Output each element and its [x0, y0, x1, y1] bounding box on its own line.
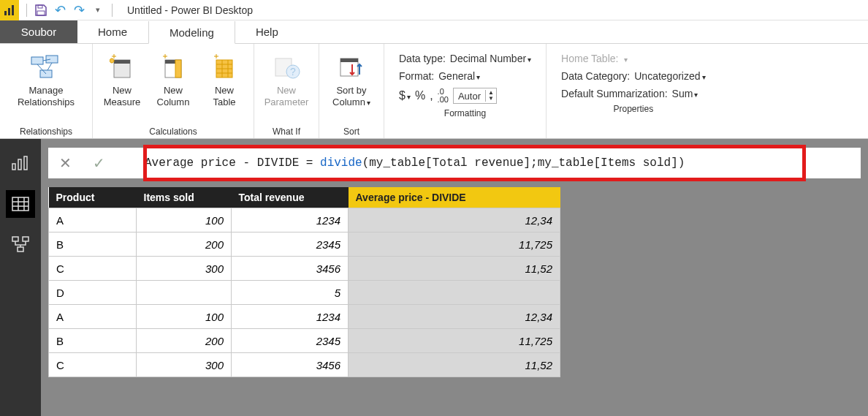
canvas: ✕ ✓ Average price - DIVIDE = divide(my_t… [41, 139, 868, 416]
nav-report-view[interactable] [6, 149, 35, 177]
new-table-button[interactable]: New Table [201, 47, 248, 107]
formula-commit[interactable]: ✓ [82, 154, 115, 172]
manage-relationships-button[interactable]: Manage Relationships [6, 47, 86, 107]
formula-bar-wrap: ✕ ✓ Average price - DIVIDE = divide(my_t… [41, 139, 868, 187]
group-whatif-label: What If [273, 125, 300, 137]
cell-total-revenue[interactable]: 1234 [232, 208, 349, 232]
cell-average-price[interactable]: 11,725 [349, 329, 560, 353]
ribbon-tabs: Soubor Home Modeling Help [0, 20, 868, 44]
table-row[interactable]: A100123412,34 [49, 208, 560, 232]
col-header-items-sold[interactable]: Items sold [137, 187, 232, 208]
sort-by-column-label: Sort by Column [332, 85, 370, 107]
sort-by-column-button[interactable]: Sort by Column [325, 47, 378, 107]
cell-average-price[interactable]: 11,52 [349, 257, 560, 281]
data-type-value: Decimal Number [450, 53, 531, 64]
cell-items-sold[interactable]: 300 [137, 353, 232, 377]
formula-function: divide [320, 156, 362, 170]
cell-average-price[interactable] [349, 281, 560, 305]
cell-items-sold[interactable]: 300 [137, 257, 232, 281]
data-type-dropdown[interactable]: Data type: Decimal Number [399, 53, 531, 64]
formula-bar[interactable]: ✕ ✓ Average price - DIVIDE = divide(my_t… [48, 148, 861, 178]
cell-total-revenue[interactable]: 3456 [232, 257, 349, 281]
cell-items-sold[interactable] [137, 281, 232, 305]
nav-model-view[interactable] [6, 231, 35, 259]
data-grid-wrap: Product Items sold Total revenue Average… [41, 187, 868, 377]
group-formatting: Data type: Decimal Number Format: Genera… [384, 44, 547, 138]
home-table-value [623, 53, 628, 64]
left-nav [0, 139, 41, 416]
quick-access-toolbar: ↶ ↷ ▾ [19, 2, 120, 18]
cell-items-sold[interactable]: 100 [137, 305, 232, 329]
cell-product[interactable]: B [49, 329, 137, 353]
svg-text:?: ? [290, 66, 296, 77]
title-bar: ↶ ↷ ▾ Untitled - Power BI Desktop [0, 0, 868, 20]
cell-average-price[interactable]: 12,34 [349, 208, 560, 232]
data-grid[interactable]: Product Items sold Total revenue Average… [48, 187, 560, 377]
group-sort: Sort by Column Sort [319, 44, 384, 138]
cell-items-sold[interactable]: 200 [137, 232, 232, 257]
thousands-button[interactable]: , [430, 89, 433, 102]
tab-help[interactable]: Help [235, 20, 300, 43]
col-header-product[interactable]: Product [49, 187, 137, 208]
format-dropdown[interactable]: Format: General [399, 70, 531, 82]
currency-button[interactable]: $ [399, 89, 411, 102]
nav-data-view[interactable] [6, 190, 35, 218]
data-category-value: Uncategorized [634, 70, 705, 82]
svg-rect-22 [12, 197, 28, 211]
qat-separator-2 [112, 4, 113, 17]
cell-product[interactable]: A [49, 208, 137, 232]
cell-items-sold[interactable]: 200 [137, 329, 232, 353]
sort-icon [338, 51, 365, 83]
group-properties-label: Properties [613, 102, 653, 114]
cell-items-sold[interactable]: 100 [137, 208, 232, 232]
percent-button[interactable]: % [415, 89, 425, 102]
measure-icon [110, 51, 134, 83]
cell-total-revenue[interactable]: 3456 [232, 353, 349, 377]
new-measure-label: New Measure [104, 85, 141, 107]
manage-relationships-label: Manage Relationships [18, 85, 75, 107]
save-button[interactable] [33, 2, 49, 18]
data-category-dropdown[interactable]: Data Category: Uncategorized [561, 70, 705, 82]
table-row[interactable]: D5 [49, 281, 560, 305]
cell-average-price[interactable]: 12,34 [349, 305, 560, 329]
spinner-down[interactable]: ▼ [486, 96, 496, 102]
new-column-button[interactable]: New Column [150, 47, 197, 107]
table-row[interactable]: A100123412,34 [49, 305, 560, 329]
header-row: Product Items sold Total revenue Average… [49, 187, 560, 208]
cell-average-price[interactable]: 11,725 [349, 232, 560, 257]
tab-home[interactable]: Home [77, 20, 148, 43]
cell-average-price[interactable]: 11,52 [349, 353, 560, 377]
cell-total-revenue[interactable]: 5 [232, 281, 349, 305]
formula-text[interactable]: Average price - DIVIDE = divide(my_table… [115, 156, 685, 170]
col-header-total-revenue[interactable]: Total revenue [232, 187, 349, 208]
cell-product[interactable]: A [49, 305, 137, 329]
group-sort-label: Sort [343, 125, 359, 137]
cell-product[interactable]: B [49, 232, 137, 257]
table-row[interactable]: B200234511,725 [49, 329, 560, 353]
table-row[interactable]: C300345611,52 [49, 353, 560, 377]
decimals-spinner[interactable]: Autor ▲▼ [453, 88, 497, 104]
file-menu[interactable]: Soubor [0, 20, 77, 43]
col-header-average-price[interactable]: Average price - DIVIDE [349, 187, 560, 208]
svg-rect-20 [18, 159, 21, 170]
decimals-icon[interactable]: .0.00 [438, 88, 449, 104]
cell-total-revenue[interactable]: 2345 [232, 329, 349, 353]
app-logo [0, 0, 19, 20]
table-row[interactable]: C300345611,52 [49, 257, 560, 281]
cell-total-revenue[interactable]: 2345 [232, 232, 349, 257]
tab-modeling[interactable]: Modeling [148, 21, 235, 44]
undo-button[interactable]: ↶ [52, 2, 68, 18]
default-summarization-dropdown[interactable]: Default Summarization: Sum [561, 88, 705, 99]
formula-cancel[interactable]: ✕ [48, 154, 82, 172]
qat-customize[interactable]: ▾ [90, 2, 106, 18]
cell-total-revenue[interactable]: 1234 [232, 305, 349, 329]
table-row[interactable]: B200234511,725 [49, 232, 560, 257]
svg-rect-23 [12, 237, 18, 241]
new-measure-button[interactable]: New Measure [99, 47, 145, 107]
svg-rect-0 [4, 11, 7, 15]
cell-product[interactable]: C [49, 353, 137, 377]
cell-product[interactable]: D [49, 281, 137, 305]
redo-button[interactable]: ↷ [71, 2, 87, 18]
svg-rect-4 [37, 11, 45, 15]
cell-product[interactable]: C [49, 257, 137, 281]
